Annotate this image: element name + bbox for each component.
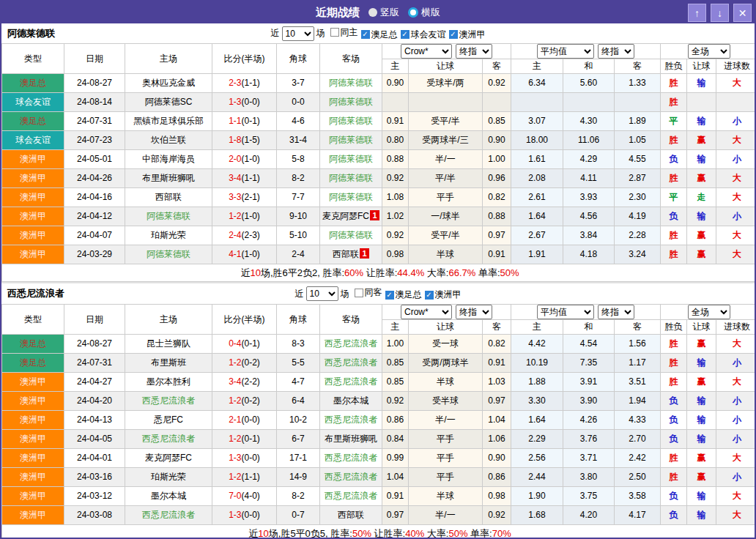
ah-away-odds: 1.04 [483,411,511,430]
result-handicap: 赢 [687,335,716,354]
corner-count: 5-10 [277,226,320,245]
results-table: 类型 日期 主场 比分(半场) 角球 客场 Crow* 终指 平均值 [1,304,756,539]
checkbox-icon[interactable]: ✓ [449,30,458,39]
fulltime-score: 1-1 [229,116,241,126]
away-team: 西悉尼流浪者 [320,468,382,487]
result-wdl: 胜 [661,373,687,392]
result-goals: 大 [716,506,756,525]
matches-count-select[interactable]: 10 [306,286,338,301]
score-cell: 1-1(0-1) [212,112,277,131]
scroll-down-button[interactable]: ↓ [711,4,729,22]
euro-draw-odds: 4.20 [563,506,615,525]
summary-segment: 单率: [475,267,500,278]
result-handicap: 输 [687,392,716,411]
team-name: 阿德莱德联 [147,249,190,259]
checkbox-icon[interactable]: ✓ [361,30,370,39]
fulltime-score: 1-2 [229,357,241,368]
corner-count: 8-2 [277,169,320,188]
bookmaker-select[interactable]: Crow* [401,44,452,59]
arrow-up-icon: ↑ [694,8,700,18]
team-name: 布里斯班狮吼 [142,173,195,183]
summary-segment: 10 [250,267,260,278]
ah-home-odds: 0.98 [382,245,409,264]
filter-checkbox[interactable]: ✓澳洲甲 [449,29,486,41]
final-odds-select-ah[interactable]: 终指 [456,44,492,59]
ah-away-odds: 0.91 [483,354,511,373]
match-row: 澳洲甲24-04-16西部联3-3(2-1)7-7阿德莱德联1.08平手0.82… [2,188,756,207]
matches-count-select[interactable]: 10 [282,26,314,41]
result-handicap: 输 [687,506,716,525]
scroll-up-button[interactable]: ↑ [688,4,706,22]
league-badge: 球会友谊 [2,93,64,112]
euro-away-odds: 4.19 [615,207,661,226]
fulltime-score: 7-0 [229,491,241,501]
fulltime-score: 2-1 [229,415,241,425]
corner-count: 5-5 [277,354,320,373]
result-handicap: 赢 [687,131,716,150]
league-badge: 澳洲甲 [2,487,64,506]
average-odds-select[interactable]: 平均值 [537,44,594,59]
home-team: 麦克阿瑟FC [125,449,212,468]
checkbox-icon[interactable] [355,289,363,297]
fulltime-score: 1-2 [229,434,241,444]
euro-home-odds: 3.07 [511,112,563,131]
radio-horizontal-icon[interactable] [408,7,418,18]
filter-checkbox[interactable]: ✓澳足总 [385,289,422,301]
filter-checkbox[interactable]: 同主 [330,26,358,39]
ah-home-odds: 0.99 [382,449,409,468]
euro-away-odds: 3.51 [615,373,661,392]
handicap-line: 受平/半 [409,112,483,131]
home-team: 墨尔本城 [125,487,212,506]
score-cell: 2-1(0-0) [212,411,277,430]
match-date: 24-03-12 [64,487,125,506]
scope-select[interactable]: 全场 [688,44,730,59]
filter-checkbox[interactable]: ✓球会友谊 [401,29,446,41]
filter-checkbox[interactable]: ✓澳洲甲 [425,289,462,301]
result-wdl: 平 [661,112,687,131]
scope-select[interactable]: 全场 [688,305,730,319]
final-odds-select-euro[interactable]: 终指 [598,305,634,319]
result-wdl: 平 [661,188,687,207]
home-team: 阿德莱德联 [125,245,212,264]
layout-radio-vertical[interactable]: 竖版 [368,6,399,19]
match-row: 澳足总24-07-31黑镇市足球俱乐部1-1(0-1)4-6阿德莱德联0.91受… [2,112,756,131]
col-date: 日期 [64,44,125,74]
layout-radio-horizontal[interactable]: 横版 [408,6,440,19]
euro-away-odds: 2.70 [615,430,661,449]
radio-vertical-icon[interactable] [368,8,377,17]
col-home: 主场 [125,305,212,335]
checkbox-icon[interactable]: ✓ [401,30,410,39]
bookmaker-select[interactable]: Crow* [401,305,452,319]
final-odds-select-ah[interactable]: 终指 [456,305,492,319]
checkbox-icon[interactable] [330,28,339,37]
handicap-line: 半球 [409,487,483,506]
ah-home-odds: 1.04 [382,468,409,487]
euro-home-odds: 1.64 [511,411,563,430]
match-date: 24-08-14 [64,93,125,112]
checkbox-icon[interactable]: ✓ [425,291,434,300]
result-handicap: 输 [687,411,716,430]
filter-checkbox[interactable]: 同客 [355,286,382,299]
checkbox-icon[interactable]: ✓ [385,291,394,300]
col-res-goals: 进球数 [716,320,756,335]
ah-home-odds: 0.92 [382,226,409,245]
col-eu-home: 主 [511,320,563,335]
away-team: 阿德莱德联 [320,93,382,112]
match-row: 澳足总24-08-27昆士兰狮队0-4(0-1)8-3西悉尼流浪者1.00受一球… [2,335,756,354]
euro-away-odds: 2.28 [615,226,661,245]
euro-home-odds: 1.64 [511,207,563,226]
filter-checkbox[interactable]: ✓澳足总 [361,29,398,41]
euro-home-odds: 3.30 [511,392,563,411]
red-card-badge: 1 [360,248,369,259]
score-cell: 3-4(1-1) [212,169,277,188]
final-odds-select-euro[interactable]: 终指 [598,44,634,59]
team-name: 麦克阿瑟FC [322,211,369,221]
away-team: 西悉尼流浪者 [320,373,382,392]
euro-home-odds: 1.88 [511,373,563,392]
col-ah-handicap: 让球 [409,59,483,74]
average-odds-select[interactable]: 平均值 [537,305,594,319]
match-row: 澳洲甲24-04-05西悉尼流浪者1-2(0-1)6-7布里斯班狮吼0.84平手… [2,430,756,449]
home-team: 西悉尼流浪者 [125,430,212,449]
close-button[interactable]: ✕ [733,4,752,22]
red-card-badge: 1 [370,210,379,220]
